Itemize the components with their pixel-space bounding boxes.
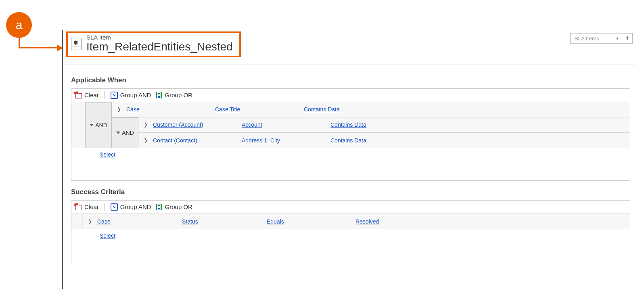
select-row: Select	[71, 148, 630, 162]
field-link[interactable]: Account	[242, 121, 326, 128]
operator-link[interactable]: Equals	[267, 218, 351, 225]
condition-row: ❯ Customer (Account) Account Contains Da…	[138, 117, 630, 133]
group-and-icon	[111, 92, 118, 99]
chevron-down-icon	[90, 124, 94, 126]
form-header: SLA Item Item_RelatedEntities_Nested SLA…	[63, 30, 636, 65]
success-criteria-panel: Clear Group AND Group OR ❯	[71, 200, 630, 265]
clear-icon	[75, 92, 82, 98]
applicable-when-toolbar: Clear Group AND Group OR	[71, 89, 630, 102]
value-link[interactable]: Resolved	[355, 218, 379, 225]
group-or-button[interactable]: Group OR	[155, 203, 192, 211]
related-records-label: SLA Items	[575, 36, 600, 42]
row-expand-toggle[interactable]: ❯	[116, 107, 122, 112]
condition-row: ❯ Case Status Equals Resolved	[83, 214, 630, 229]
doc-callout-letter: a	[16, 18, 23, 32]
toolbar-separator	[105, 91, 105, 99]
group-and-label: Group AND	[120, 203, 151, 210]
chevron-down-icon	[116, 132, 120, 134]
select-link[interactable]: Select	[100, 232, 115, 239]
clear-button[interactable]: Clear	[75, 203, 99, 210]
entity-link[interactable]: Contact (Contact)	[153, 137, 238, 144]
form-body: Applicable When Clear Group AND Group OR	[63, 65, 636, 273]
entity-link[interactable]: Case	[97, 218, 178, 225]
operator-link[interactable]: Contains Data	[330, 121, 411, 128]
operator-link[interactable]: Contains Data	[330, 137, 411, 144]
group-and-icon	[111, 203, 118, 211]
group-or-button[interactable]: Group OR	[155, 92, 192, 99]
field-link[interactable]: Address 1: City	[242, 137, 326, 144]
chevron-down-icon: ▼	[615, 36, 619, 41]
row-expand-toggle[interactable]: ❯	[87, 219, 93, 224]
sla-item-icon	[71, 38, 82, 50]
group-gutter	[71, 214, 83, 229]
entity-type-label: SLA Item	[86, 34, 233, 41]
clear-label: Clear	[84, 203, 99, 210]
row-expand-toggle[interactable]: ❯	[142, 122, 149, 128]
outer-group-rows: ❯ Case Case Title Contains Data AND	[112, 102, 630, 148]
sc-wrap: ❯ Case Status Equals Resolved	[71, 214, 630, 229]
clear-label: Clear	[84, 92, 99, 98]
doc-callout-badge: a	[6, 12, 32, 38]
entity-link[interactable]: Case	[126, 106, 211, 113]
select-row: Select	[71, 229, 630, 243]
section-title-applicable-when: Applicable When	[71, 76, 630, 84]
condition-row: ❯ Case Case Title Contains Data	[112, 102, 630, 117]
nested-group-block: AND ❯ Customer (Account) Account Contain…	[112, 117, 630, 148]
entity-link[interactable]: Customer (Account)	[153, 121, 238, 128]
section-title-success-criteria: Success Criteria	[71, 188, 630, 196]
doc-callout-arrow	[19, 47, 62, 48]
field-link[interactable]: Case Title	[215, 106, 300, 113]
success-criteria-toolbar: Clear Group AND Group OR	[71, 201, 630, 213]
group-and-button[interactable]: Group AND	[111, 203, 151, 211]
group-or-icon	[155, 92, 163, 99]
group-and-label: Group AND	[120, 92, 151, 98]
success-criteria-conditions: ❯ Case Status Equals Resolved Select	[71, 213, 630, 265]
nested-group-operator[interactable]: AND	[112, 117, 138, 148]
header-nav-controls: SLA Items ▼ ⬆	[570, 33, 633, 44]
field-link[interactable]: Status	[182, 218, 263, 225]
outer-group-label: AND	[95, 122, 107, 128]
applicable-when-panel: Clear Group AND Group OR AND	[71, 88, 630, 181]
sc-rows: ❯ Case Status Equals Resolved	[83, 214, 630, 229]
operator-link[interactable]: Contains Data	[304, 106, 385, 113]
outer-group-operator[interactable]: AND	[85, 102, 112, 148]
row-expand-toggle[interactable]: ❯	[142, 138, 149, 143]
clear-icon	[75, 204, 82, 210]
title-text-block: SLA Item Item_RelatedEntities_Nested	[86, 34, 233, 53]
nested-group-label: AND	[122, 130, 134, 136]
toolbar-separator	[105, 203, 105, 211]
nested-group-rows: ❯ Customer (Account) Account Contains Da…	[138, 117, 630, 148]
arrow-up-icon: ⬆	[625, 35, 630, 42]
applicable-when-conditions: AND ❯ Case Case Title Contains Data	[71, 102, 630, 180]
related-records-dropdown[interactable]: SLA Items ▼	[570, 33, 622, 44]
condition-row: ❯ Contact (Contact) Address 1: City Cont…	[138, 133, 630, 148]
form-page: SLA Item Item_RelatedEntities_Nested SLA…	[62, 30, 636, 289]
select-link[interactable]: Select	[100, 151, 115, 158]
group-or-icon	[155, 203, 163, 211]
group-or-label: Group OR	[165, 203, 192, 210]
nav-up-button[interactable]: ⬆	[622, 33, 633, 44]
group-or-label: Group OR	[165, 92, 192, 98]
record-title: Item_RelatedEntities_Nested	[86, 41, 233, 53]
group-and-button[interactable]: Group AND	[111, 92, 151, 99]
group-gutter	[71, 102, 85, 148]
clear-button[interactable]: Clear	[75, 92, 99, 98]
form-title-highlight: SLA Item Item_RelatedEntities_Nested	[66, 31, 241, 57]
outer-group-wrap: AND ❯ Case Case Title Contains Data	[71, 102, 630, 148]
